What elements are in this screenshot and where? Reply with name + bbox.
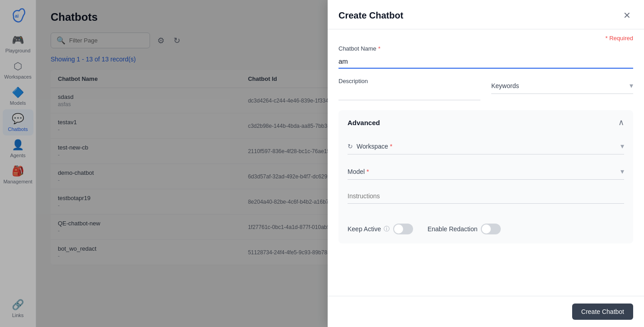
chatbot-name-label: Chatbot Name * xyxy=(338,45,633,52)
enable-redaction-label: Enable Redaction xyxy=(428,225,478,233)
required-note: * Required xyxy=(338,29,633,45)
keep-active-toggle[interactable] xyxy=(393,224,413,234)
modal-footer: Create Chatbot xyxy=(328,296,644,327)
modal-body: * Required Chatbot Name * Description Ke… xyxy=(328,29,644,296)
model-label: Model * xyxy=(348,168,369,175)
enable-redaction-toggle[interactable] xyxy=(481,224,501,234)
advanced-header[interactable]: Advanced ∧ xyxy=(338,110,633,135)
model-select[interactable]: Model * ▾ xyxy=(348,164,624,180)
keywords-label: Keywords xyxy=(491,82,519,89)
toggles-row: Keep Active ⓘ Enable Redaction xyxy=(348,224,624,234)
required-star: * xyxy=(378,45,381,52)
advanced-collapse-icon: ∧ xyxy=(618,117,624,127)
model-chevron-icon: ▾ xyxy=(620,167,624,176)
workspace-chevron-icon: ▾ xyxy=(620,142,624,150)
desc-keywords-row: Description Keywords ▾ xyxy=(338,78,633,110)
modal-header: Create Chatbot ✕ xyxy=(328,0,644,29)
workspace-select[interactable]: ↻ Workspace * ▾ xyxy=(348,138,624,154)
chatbot-name-group: Chatbot Name * xyxy=(338,45,633,69)
keywords-group: Keywords ▾ xyxy=(491,78,633,101)
modal-overlay: Create Chatbot ✕ * Required Chatbot Name… xyxy=(0,0,644,327)
keep-active-toggle-item: Keep Active ⓘ xyxy=(348,224,413,234)
keep-active-info-icon[interactable]: ⓘ xyxy=(384,225,390,233)
workspace-group: ↻ Workspace * ▾ xyxy=(348,138,624,154)
advanced-section: Advanced ∧ ↻ Workspace * xyxy=(338,110,633,243)
chatbot-name-input[interactable] xyxy=(338,55,633,69)
keep-active-label: Keep Active ⓘ xyxy=(348,225,390,233)
keywords-select[interactable]: Keywords ▾ xyxy=(491,78,633,94)
modal-panel: Create Chatbot ✕ * Required Chatbot Name… xyxy=(328,0,644,327)
enable-redaction-toggle-item: Enable Redaction xyxy=(428,224,501,234)
workspace-label: Workspace * xyxy=(357,143,392,150)
workspace-refresh-icon: ↻ xyxy=(348,143,353,150)
description-label: Description xyxy=(338,78,480,84)
description-input[interactable] xyxy=(338,87,480,100)
modal-close-button[interactable]: ✕ xyxy=(620,9,633,22)
advanced-title: Advanced xyxy=(348,119,380,126)
create-chatbot-button[interactable]: Create Chatbot xyxy=(572,304,633,320)
advanced-content: ↻ Workspace * ▾ xyxy=(338,135,633,243)
modal-title: Create Chatbot xyxy=(338,10,403,21)
keywords-chevron-icon: ▾ xyxy=(630,81,633,90)
instructions-group xyxy=(348,189,624,215)
description-group: Description xyxy=(338,78,480,101)
model-group: Model * ▾ xyxy=(348,164,624,180)
instructions-input[interactable] xyxy=(348,189,624,204)
